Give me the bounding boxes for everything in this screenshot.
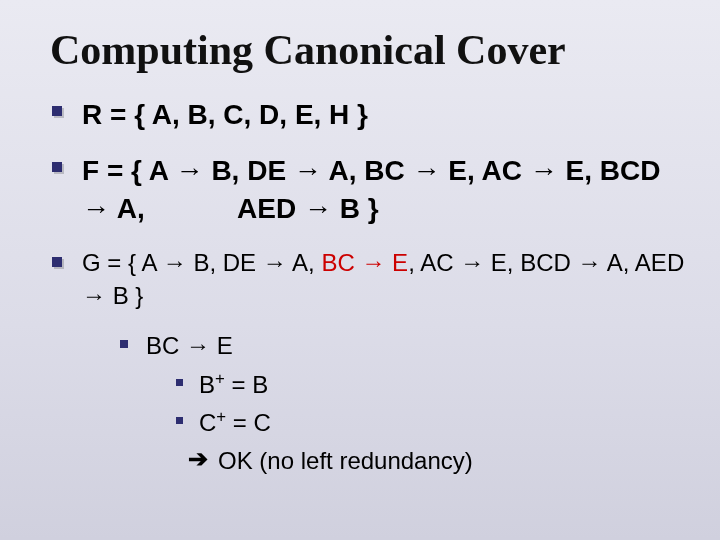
bullet-icon <box>52 106 62 116</box>
bullet-bc-e: BC → E <box>120 330 690 362</box>
text-g-red: BC → E <box>321 249 408 276</box>
text-conclusion: OK (no left redundancy) <box>218 445 473 477</box>
arrow-icon: ➔ <box>188 445 208 473</box>
bullet-c-plus: C+ = C <box>176 407 690 439</box>
bullet-conclusion: ➔ OK (no left redundancy) <box>188 445 690 477</box>
text-b-plus: B+ = B <box>199 369 268 401</box>
bullet-b-plus: B+ = B <box>176 369 690 401</box>
bullet-icon <box>176 417 183 424</box>
bullet-f: F = { A → B, DE → A, BC → E, AC → E, BCD… <box>52 152 690 228</box>
text-bc-e: BC → E <box>146 330 233 362</box>
bullet-g: G = { A → B, DE → A, BC → E, AC → E, BCD… <box>52 247 690 312</box>
text-r: R = { A, B, C, D, E, H } <box>82 96 368 134</box>
bullet-icon <box>52 257 62 267</box>
bullet-icon <box>176 379 183 386</box>
text-g-p1: G = { A → B, DE → A, <box>82 249 321 276</box>
slide-root: Computing Canonical Cover R = { A, B, C,… <box>0 0 720 540</box>
bullet-r: R = { A, B, C, D, E, H } <box>52 96 690 134</box>
bullet-icon <box>120 340 128 348</box>
text-f: F = { A → B, DE → A, BC → E, AC → E, BCD… <box>82 152 690 228</box>
text-g: G = { A → B, DE → A, BC → E, AC → E, BCD… <box>82 247 690 312</box>
bullet-icon <box>52 162 62 172</box>
text-f-line2: AED → B } <box>237 193 379 224</box>
slide-title: Computing Canonical Cover <box>50 26 690 74</box>
text-c-plus: C+ = C <box>199 407 271 439</box>
